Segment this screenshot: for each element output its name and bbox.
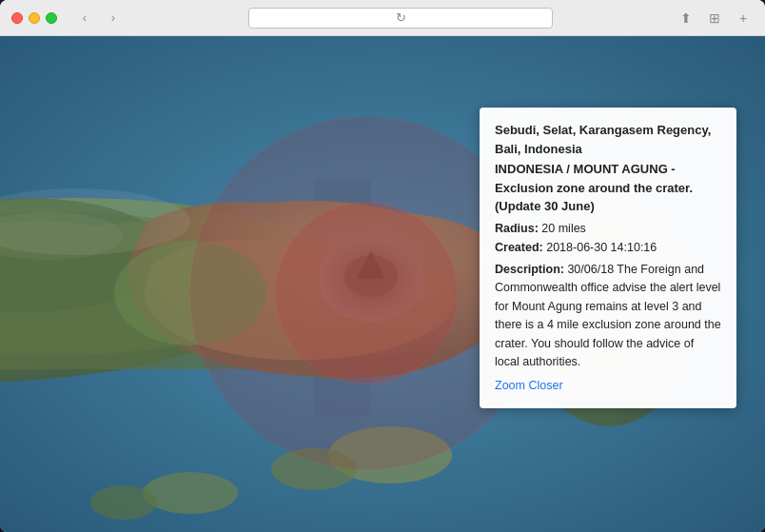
description-label: Description: [495,263,564,276]
maximize-button[interactable] [46,12,57,24]
radius-label: Radius: [495,222,539,235]
toolbar-right: ⬆ ⊞ + [676,8,754,29]
map-area[interactable]: Sebudi, Selat, Karangasem Regency, Bali,… [0,36,765,532]
svg-point-21 [276,203,457,384]
created-label: Created: [495,241,543,254]
svg-point-16 [143,472,238,514]
info-popup: Sebudi, Selat, Karangasem Regency, Bali,… [480,108,736,408]
popup-created: Created: 2018-06-30 14:10:16 [495,239,721,257]
popup-title: INDONESIA / MOUNT AGUNG - Exclusion zone… [495,160,721,216]
forward-button[interactable]: › [101,10,126,27]
nav-buttons: ‹ › [72,10,126,27]
address-bar-container: ↻ [133,8,668,29]
new-tab-button[interactable]: + [733,8,754,29]
window-button[interactable]: ⊞ [704,8,725,29]
traffic-lights [11,12,57,24]
svg-point-17 [90,485,157,520]
address-bar[interactable]: ↻ [248,8,553,29]
popup-location: Sebudi, Selat, Karangasem Regency, Bali,… [495,121,721,158]
radius-value: 20 miles [541,222,586,235]
share-button[interactable]: ⬆ [676,8,696,29]
reload-icon: ↻ [396,10,406,25]
description-text: 30/06/18 The Foreign and Commonwealth of… [495,263,721,368]
back-button[interactable]: ‹ [72,10,97,27]
titlebar: ‹ › ↻ ⬆ ⊞ + [0,0,765,36]
created-value: 2018-06-30 14:10:16 [546,241,657,254]
popup-description: Description: 30/06/18 The Foreign and Co… [495,261,721,371]
zoom-closer-link[interactable]: Zoom Closer [495,377,563,395]
browser-window: ‹ › ↻ ⬆ ⊞ + [0,0,765,532]
minimize-button[interactable] [29,12,40,24]
popup-radius: Radius: 20 miles [495,220,721,238]
close-button[interactable] [11,12,23,24]
